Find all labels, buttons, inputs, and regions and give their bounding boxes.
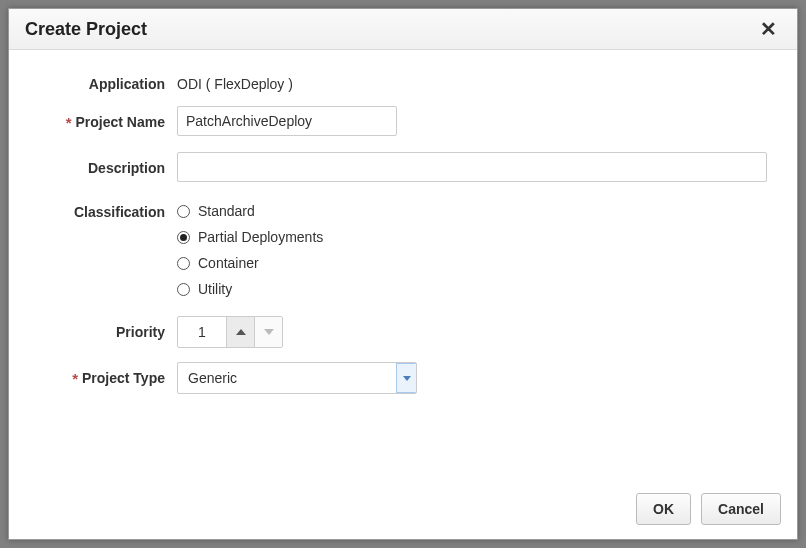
row-project-name: * Project Name (39, 106, 767, 138)
dialog-footer: OK Cancel (9, 483, 797, 539)
dialog-header: Create Project ✕ (9, 9, 797, 50)
ok-button[interactable]: OK (636, 493, 691, 525)
value-application: ODI ( FlexDeploy ) (177, 70, 293, 92)
priority-stepper: 1 (177, 316, 283, 348)
project-name-input[interactable] (177, 106, 397, 136)
project-type-dropdown-button[interactable] (396, 363, 416, 393)
radio-icon (177, 231, 190, 244)
radio-label-container: Container (198, 255, 259, 271)
radio-partial-deployments[interactable]: Partial Deployments (177, 224, 767, 250)
radio-label-standard: Standard (198, 203, 255, 219)
radio-label-partial: Partial Deployments (198, 229, 323, 245)
label-application: Application (39, 70, 177, 92)
close-icon[interactable]: ✕ (756, 17, 781, 41)
priority-increment-button[interactable] (226, 317, 254, 347)
row-classification: Classification Standard Partial Deployme… (39, 198, 767, 302)
priority-value[interactable]: 1 (178, 317, 226, 347)
dialog-title: Create Project (25, 19, 147, 40)
radio-container[interactable]: Container (177, 250, 767, 276)
label-project-name: * Project Name (39, 106, 177, 138)
chevron-up-icon (236, 329, 246, 335)
radio-standard[interactable]: Standard (177, 198, 767, 224)
radio-icon (177, 257, 190, 270)
row-description: Description (39, 152, 767, 184)
classification-group: Standard Partial Deployments Container U… (177, 198, 767, 302)
create-project-dialog: Create Project ✕ Application ODI ( FlexD… (8, 8, 798, 540)
cancel-button[interactable]: Cancel (701, 493, 781, 525)
required-star-icon: * (72, 371, 78, 386)
priority-decrement-button[interactable] (254, 317, 282, 347)
chevron-down-icon (403, 376, 411, 381)
description-input[interactable] (177, 152, 767, 182)
label-classification: Classification (39, 198, 177, 220)
row-priority: Priority 1 (39, 316, 767, 348)
dialog-body: Application ODI ( FlexDeploy ) * Project… (9, 50, 797, 483)
label-priority: Priority (39, 316, 177, 348)
required-star-icon: * (66, 115, 72, 130)
label-project-type: * Project Type (39, 362, 177, 394)
radio-label-utility: Utility (198, 281, 232, 297)
radio-icon (177, 205, 190, 218)
project-type-select[interactable]: Generic (177, 362, 417, 394)
project-type-value: Generic (178, 363, 396, 393)
row-project-type: * Project Type Generic (39, 362, 767, 394)
radio-utility[interactable]: Utility (177, 276, 767, 302)
label-description: Description (39, 152, 177, 184)
row-application: Application ODI ( FlexDeploy ) (39, 70, 767, 92)
radio-icon (177, 283, 190, 296)
chevron-down-icon (264, 329, 274, 335)
